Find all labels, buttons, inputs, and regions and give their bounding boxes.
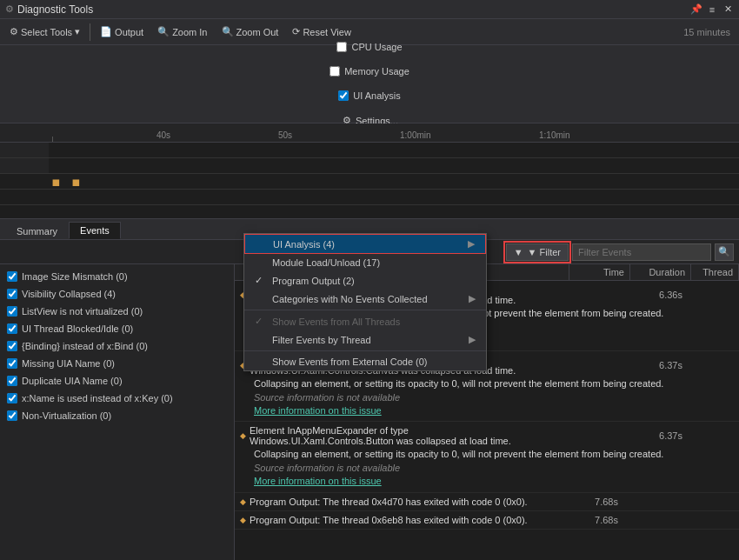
ui-analysis-option-label: UI Analysis (4)	[273, 239, 335, 250]
filter-search-button[interactable]: 🔍	[715, 243, 734, 261]
event-detail-text: Collapsing an element, or setting its op…	[254, 378, 663, 389]
ui-thread-checkbox[interactable]	[7, 323, 17, 334]
col-thread-header: Thread	[691, 264, 739, 280]
all-threads-label: Show Events from All Threads	[272, 317, 400, 327]
dropdown-separator	[244, 310, 486, 310]
diamond-row: ◆ ◆	[0, 174, 739, 190]
cpu-track-data	[49, 143, 739, 157]
event-time: 7.68s	[557, 497, 618, 507]
separator	[90, 23, 90, 41]
check-mark: ✓	[255, 316, 267, 327]
event-row: ◆ Program Output: The thread 0x6eb8 has …	[235, 511, 739, 530]
cpu-usage-row: CPU Usage	[336, 42, 402, 52]
search-icon: 🔍	[718, 246, 730, 257]
title-bar: ⚙ Diagnostic Tools 📌 ≡ ✕	[0, 0, 739, 19]
checks-panel: CPU Usage Memory Usage UI Analysis ⚙ Set…	[0, 45, 739, 123]
memory-usage-checkbox[interactable]	[330, 66, 340, 77]
more-info-link[interactable]: More information on this issue	[254, 405, 382, 416]
non-virt-checkbox[interactable]	[7, 410, 17, 421]
close-button[interactable]: ✕	[722, 3, 734, 16]
left-panel: Image Size Mismatch (0) Visibility Colla…	[0, 264, 235, 560]
visibility-collapsed-checkbox[interactable]	[7, 289, 17, 299]
select-tools-button[interactable]: ⚙ Select Tools ▾	[3, 23, 86, 42]
event-row-header: ◆ Element InAppMenuExpander of type Wind…	[240, 425, 734, 446]
time-display: 15 minutes	[683, 27, 736, 37]
event-row: ◆ Program Output: The thread 0x4d70 has …	[235, 493, 739, 511]
reset-icon: ⟳	[292, 26, 300, 37]
visibility-collapsed-label: Visibility Collapsed (4)	[22, 289, 116, 299]
duplicate-uia-label: Duplicate UIA Name (0)	[22, 376, 123, 386]
menu-button[interactable]: ≡	[706, 3, 718, 16]
missing-uia-checkbox[interactable]	[7, 358, 17, 369]
col-time-header: Time	[569, 264, 630, 280]
list-item: UI Thread Blocked/Idle (0)	[0, 320, 234, 337]
list-item: {Binding} instead of x:Bind (0)	[0, 337, 234, 355]
program-output-label: Program Output (2)	[272, 276, 355, 286]
dropdown-arrow-icon: ▾	[75, 26, 80, 37]
dropdown-item-categories[interactable]: Categories with No Events Collected ▶	[244, 290, 486, 308]
dropdown-item-all-threads: ✓ Show Events from All Threads	[244, 312, 486, 330]
pin-button[interactable]: 📌	[690, 3, 702, 16]
program-output-icon-2: ◆	[240, 516, 246, 524]
output-button[interactable]: 📄 Output	[94, 23, 150, 42]
dropdown-item-program-output[interactable]: ✓ Program Output (2)	[244, 271, 486, 290]
zoom-in-icon: 🔍	[157, 26, 170, 37]
filter-by-thread-label: Filter Events by Thread	[272, 335, 371, 345]
listview-label: ListView is not virtualized (0)	[22, 306, 143, 317]
timeline-area: 40s 50s 1:00min 1:10min ◆ ◆	[0, 123, 739, 219]
zoom-in-button[interactable]: 🔍 Zoom In	[151, 23, 213, 42]
filter-events-input[interactable]	[572, 243, 711, 261]
binding-label: {Binding} instead of x:Bind (0)	[22, 341, 148, 351]
window-title: Diagnostic Tools	[17, 3, 93, 16]
memory-track-data	[49, 158, 739, 173]
diamond-icon-2: ◆	[69, 173, 85, 190]
image-size-checkbox[interactable]	[7, 271, 17, 282]
submenu-arrow-icon: ▶	[468, 238, 475, 250]
listview-checkbox[interactable]	[7, 306, 17, 317]
list-item: Non-Virtualization (0)	[0, 407, 234, 424]
more-info-link[interactable]: More information on this issue	[254, 476, 382, 486]
zoom-out-button[interactable]: 🔍 Zoom Out	[216, 23, 285, 42]
gear-icon: ⚙	[5, 3, 14, 15]
source-info: Source information is not available	[254, 463, 400, 473]
cpu-usage-checkbox[interactable]	[336, 42, 347, 52]
diamond-row-2	[0, 190, 739, 205]
summary-tab[interactable]: Summary	[5, 223, 69, 239]
list-item: Image Size Mismatch (0)	[0, 268, 234, 285]
reset-view-button[interactable]: ⟳ Reset View	[286, 23, 356, 42]
ui-analysis-checkbox[interactable]	[338, 90, 349, 101]
xname-checkbox[interactable]	[7, 393, 17, 403]
filter-button[interactable]: ▼ ▼ Filter	[506, 243, 569, 261]
memory-usage-row: Memory Usage	[330, 66, 409, 77]
list-item: Visibility Collapsed (4)	[0, 285, 234, 303]
dropdown-item-external-code[interactable]: Show Events from External Code (0)	[244, 353, 486, 370]
title-bar-controls: 📌 ≡ ✕	[690, 3, 734, 16]
dropdown-item-filter-by-thread[interactable]: Filter Events by Thread ▶	[244, 330, 486, 349]
binding-checkbox[interactable]	[7, 341, 17, 351]
title-bar-left: ⚙ Diagnostic Tools	[5, 3, 93, 16]
events-tab[interactable]: Events	[69, 222, 121, 239]
check-mark: ✓	[255, 275, 267, 286]
dropdown-item-module-load[interactable]: Module Load/Unload (17)	[244, 254, 486, 271]
memory-track	[0, 158, 739, 174]
ui-analysis-row: UI Analysis	[338, 90, 400, 101]
duplicate-uia-checkbox[interactable]	[7, 376, 17, 386]
cpu-track	[0, 143, 739, 158]
settings-icon: ⚙	[10, 26, 18, 37]
program-output-icon: ◆	[240, 497, 246, 506]
event-time: 7.68s	[557, 515, 618, 525]
col-duration-header: Duration	[630, 264, 691, 280]
categories-label: Categories with No Events Collected	[272, 294, 428, 304]
output-icon: 📄	[100, 26, 112, 37]
dropdown-separator-2	[244, 350, 486, 351]
timeline-ruler: 40s 50s 1:00min 1:10min	[0, 123, 739, 143]
dropdown-item-ui-analysis[interactable]: UI Analysis (4) ▶	[244, 234, 486, 254]
ui-thread-label: UI Thread Blocked/Idle (0)	[22, 323, 133, 334]
list-item: Duplicate UIA Name (0)	[0, 372, 234, 390]
memory-usage-label: Memory Usage	[344, 66, 409, 77]
event-detail: Collapsing an element, or setting its op…	[254, 448, 734, 488]
event-row: ◆ Element InAppMenuExpander of type Wind…	[235, 422, 739, 492]
event-duration: 6.37s	[622, 430, 682, 441]
list-item: Missing UIA Name (0)	[0, 355, 234, 372]
event-detail-text: Collapsing an element, or setting its op…	[254, 449, 663, 459]
